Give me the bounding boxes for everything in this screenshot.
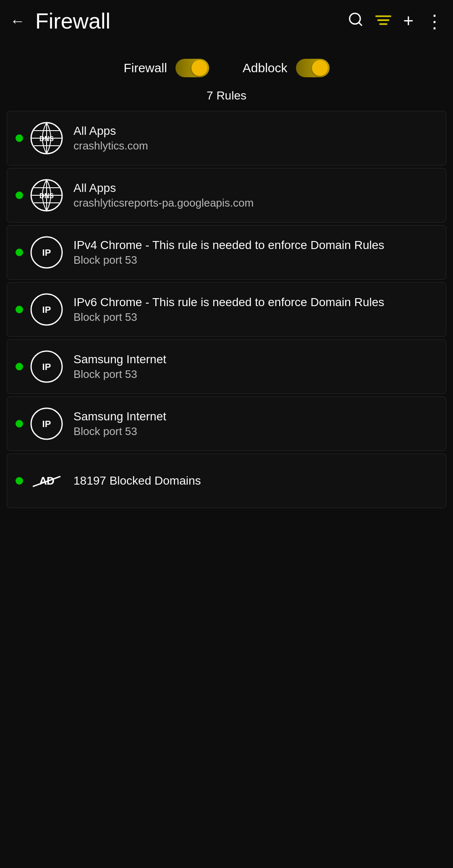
rule-title: All Apps xyxy=(73,181,254,195)
status-dot xyxy=(16,306,23,313)
rule-item[interactable]: IP IPv4 Chrome - This rule is needed to … xyxy=(7,225,446,280)
header-actions: + ⋮ xyxy=(348,10,443,32)
ad-icon: AD xyxy=(30,464,63,498)
ad-icon-container: AD xyxy=(30,464,63,498)
svg-text:DNS: DNS xyxy=(39,192,54,199)
status-dot xyxy=(16,363,23,370)
ip-icon: IP xyxy=(30,350,63,383)
rule-info: IPv6 Chrome - This rule is needed to enf… xyxy=(73,296,384,324)
dns-icon: DNS xyxy=(30,121,63,155)
svg-text:IP: IP xyxy=(42,419,51,429)
firewall-label: Firewall xyxy=(123,61,167,75)
more-options-icon[interactable]: ⋮ xyxy=(425,10,443,32)
svg-text:DNS: DNS xyxy=(39,135,54,142)
dns-icon: DNS xyxy=(30,178,63,212)
rule-subtitle: Block port 53 xyxy=(73,425,166,438)
adblock-toggle-item: Adblock xyxy=(243,59,330,77)
rule-info: IPv4 Chrome - This rule is needed to enf… xyxy=(73,239,384,267)
rule-item[interactable]: DNS All Apps crashlyticsreports-pa.googl… xyxy=(7,168,446,223)
rules-count: 7 Rules xyxy=(0,86,453,111)
svg-text:IP: IP xyxy=(42,304,51,315)
rule-title: 18197 Blocked Domains xyxy=(73,474,201,488)
ip-icon: IP xyxy=(30,407,63,441)
rule-info: All Apps crashlyticsreports-pa.googleapi… xyxy=(73,181,254,210)
svg-text:IP: IP xyxy=(42,247,51,258)
rule-subtitle: Block port 53 xyxy=(73,311,384,324)
back-button[interactable]: ← xyxy=(10,13,25,29)
rule-info: All Apps crashlytics.com xyxy=(73,124,148,152)
rule-info: Samsung Internet Block port 53 xyxy=(73,353,166,381)
rule-subtitle: crashlyticsreports-pa.googleapis.com xyxy=(73,197,254,210)
page-title: Firewall xyxy=(35,8,348,34)
rule-subtitle: Block port 53 xyxy=(73,368,166,381)
rule-subtitle: crashlytics.com xyxy=(73,139,148,152)
rule-info: Samsung Internet Block port 53 xyxy=(73,410,166,438)
ip-icon: IP xyxy=(30,236,63,269)
svg-line-1 xyxy=(359,22,362,25)
firewall-toggle-knob xyxy=(191,60,207,76)
rule-title: IPv6 Chrome - This rule is needed to enf… xyxy=(73,296,384,309)
rule-item[interactable]: IP Samsung Internet Block port 53 xyxy=(7,396,446,451)
svg-text:IP: IP xyxy=(42,362,51,372)
rule-item[interactable]: IP Samsung Internet Block port 53 xyxy=(7,339,446,394)
rule-item[interactable]: DNS All Apps crashlytics.com xyxy=(7,111,446,165)
adblock-toggle-knob xyxy=(312,60,328,76)
ip-icon: IP xyxy=(30,293,63,326)
add-icon[interactable]: + xyxy=(403,11,414,31)
filter-icon[interactable] xyxy=(375,12,391,30)
rule-info: 18197 Blocked Domains xyxy=(73,474,201,488)
adblock-toggle[interactable] xyxy=(296,59,330,77)
status-dot xyxy=(16,420,23,427)
rule-subtitle: Block port 53 xyxy=(73,254,384,267)
status-dot xyxy=(16,249,23,256)
header: ← Firewall + ⋮ xyxy=(0,0,453,42)
rule-item[interactable]: AD 18197 Blocked Domains xyxy=(7,454,446,508)
rules-list: DNS All Apps crashlytics.com DNS All xyxy=(0,111,453,511)
toggle-section: Firewall Adblock xyxy=(0,42,453,86)
rule-item[interactable]: IP IPv6 Chrome - This rule is needed to … xyxy=(7,282,446,337)
firewall-toggle-item: Firewall xyxy=(123,59,209,77)
search-icon[interactable] xyxy=(348,11,364,31)
rule-title: IPv4 Chrome - This rule is needed to enf… xyxy=(73,239,384,252)
adblock-label: Adblock xyxy=(243,61,288,75)
rule-title: Samsung Internet xyxy=(73,353,166,366)
rule-title: All Apps xyxy=(73,124,148,138)
firewall-toggle[interactable] xyxy=(175,59,209,77)
status-dot xyxy=(16,477,23,485)
rule-title: Samsung Internet xyxy=(73,410,166,423)
status-dot xyxy=(16,191,23,199)
status-dot xyxy=(16,134,23,142)
